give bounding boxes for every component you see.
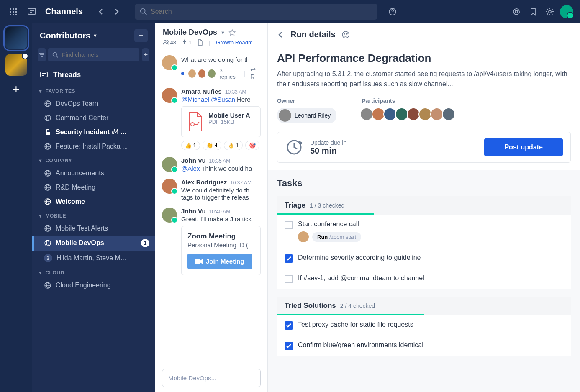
message-compose[interactable]: Mobile DevOps... (162, 369, 261, 387)
bookmark-icon[interactable] (526, 5, 540, 18)
reaction[interactable]: 👏 4 (203, 141, 221, 150)
server-tile[interactable] (5, 27, 27, 49)
mentions-icon[interactable] (510, 5, 523, 18)
avatar[interactable] (162, 179, 177, 194)
emoji-icon[interactable] (341, 31, 350, 39)
mention[interactable]: @Alex (181, 165, 200, 172)
threads-item[interactable]: Threads (32, 66, 155, 84)
task-group-header[interactable]: Tried Solutions2 / 4 checked (277, 297, 571, 315)
task-group-header[interactable]: Triage1 / 3 checked (277, 196, 571, 215)
section-header-favorites[interactable]: ▼FAVORITES (32, 84, 155, 97)
post-update-button[interactable]: Post update (484, 138, 563, 156)
mini-avatar (198, 69, 206, 78)
mention[interactable]: @Michael @Susan (181, 96, 235, 103)
channel-item[interactable]: Command Center (32, 111, 155, 125)
reaction[interactable]: 👌 1 (224, 141, 243, 150)
svg-rect-9 (28, 8, 36, 14)
task-item: Start conference callRun /zoom start (277, 215, 571, 248)
svg-point-13 (549, 10, 551, 13)
channel-item[interactable]: Mobile DevOps1 (32, 236, 155, 251)
attachment[interactable]: Mobile User APDF 15KB (181, 106, 261, 137)
checkbox-checked[interactable] (285, 254, 293, 263)
channel-item[interactable]: Security Incident #4 ... (32, 125, 155, 139)
channel-header-link[interactable]: Growth Roadm (216, 39, 252, 46)
svg-point-29 (342, 31, 349, 38)
server-tile[interactable] (5, 54, 27, 76)
message: John Vu10:35 AM@Alex Think we could ha (155, 153, 267, 174)
top-bar: Channels (0, 0, 580, 23)
channel-item[interactable]: Feature: Install Packa ... (32, 139, 155, 154)
svg-rect-15 (41, 72, 47, 77)
clock-icon (285, 138, 303, 156)
checkbox[interactable] (285, 275, 293, 283)
channel-item[interactable]: DevOps Team (32, 97, 155, 111)
checkbox-checked[interactable] (285, 321, 293, 330)
reaction[interactable]: 👍 1 (181, 141, 200, 150)
channel-item[interactable]: Cloud Engineering (32, 278, 155, 292)
add-channel-button[interactable]: + (142, 48, 149, 61)
back-arrow-icon[interactable] (95, 5, 108, 18)
svg-rect-2 (15, 8, 17, 10)
forward-arrow-icon[interactable] (110, 5, 123, 18)
settings-icon[interactable] (543, 5, 557, 18)
add-button[interactable]: + (134, 29, 148, 42)
run-action-chip[interactable]: Run /zoom start (312, 232, 361, 242)
svg-point-27 (191, 123, 194, 126)
search-input[interactable] (151, 8, 372, 15)
avatar[interactable] (162, 88, 177, 103)
section-header-company[interactable]: ▼COMPANY (32, 154, 155, 166)
svg-point-31 (346, 33, 347, 34)
add-server-button[interactable]: + (8, 81, 25, 97)
message: John Vu10:40 AMGreat, I'll make a Jira t… (155, 203, 267, 278)
globe-icon (44, 198, 51, 205)
update-card: Update due in 50 min Post update (277, 132, 571, 163)
checkbox-checked[interactable] (285, 342, 293, 350)
avatar[interactable] (162, 208, 177, 223)
channels-icon[interactable] (25, 5, 38, 18)
reactions: 👍 1👏 4👌 1🎯 (181, 141, 261, 150)
svg-point-10 (141, 8, 145, 13)
svg-point-14 (53, 52, 57, 56)
star-icon[interactable] (228, 29, 236, 36)
svg-point-12 (515, 10, 518, 13)
owner-chip[interactable]: Leonard Riley (277, 108, 336, 123)
avatar[interactable] (162, 157, 177, 172)
participants-label: Participants (362, 97, 455, 104)
files-icon[interactable] (198, 39, 203, 46)
channel-item[interactable]: Welcome (32, 195, 155, 209)
globe-icon (44, 239, 51, 247)
channel-title: Mobile DevOps (163, 28, 217, 37)
section-header-mobile[interactable]: ▼MOBILE (32, 209, 155, 221)
channel-item[interactable]: R&D Meeting (32, 180, 155, 195)
search-box[interactable] (135, 4, 377, 20)
thread-replies[interactable]: 3 replies|↩ R (181, 66, 261, 81)
team-switcher[interactable]: Contributors▼ (40, 31, 98, 41)
assignee-avatar[interactable] (298, 231, 309, 242)
participant-avatar[interactable] (442, 108, 455, 121)
find-channels-input[interactable] (62, 51, 135, 58)
chevron-down-icon[interactable]: ▼ (221, 30, 225, 35)
server-rail: + (0, 23, 32, 392)
help-icon[interactable] (386, 5, 399, 18)
svg-rect-28 (195, 259, 200, 264)
channel-item[interactable]: Announcements (32, 166, 155, 180)
section-header-cloud[interactable]: ▼CLOUD (32, 266, 155, 278)
apps-grid-icon[interactable] (7, 5, 20, 18)
reaction[interactable]: 🎯 (245, 141, 259, 150)
svg-rect-7 (13, 14, 14, 15)
owner-label: Owner (277, 97, 336, 104)
avatar[interactable] (162, 55, 177, 70)
find-channels-box[interactable] (48, 48, 139, 61)
channel-item[interactable]: 2Hilda Martin, Steve M... (32, 251, 155, 266)
join-meeting-button[interactable]: Join Meeting (187, 254, 252, 269)
svg-rect-4 (13, 11, 14, 13)
video-icon (195, 259, 203, 264)
user-avatar[interactable] (560, 5, 573, 18)
member-count[interactable]: 48 (163, 39, 176, 46)
pinned-count[interactable]: 1 (182, 39, 192, 46)
app-title: Channels (45, 7, 83, 16)
filter-icon[interactable] (38, 48, 46, 61)
back-icon[interactable] (277, 31, 285, 38)
channel-item[interactable]: Mobile Test Alerts (32, 221, 155, 236)
checkbox[interactable] (285, 221, 293, 229)
